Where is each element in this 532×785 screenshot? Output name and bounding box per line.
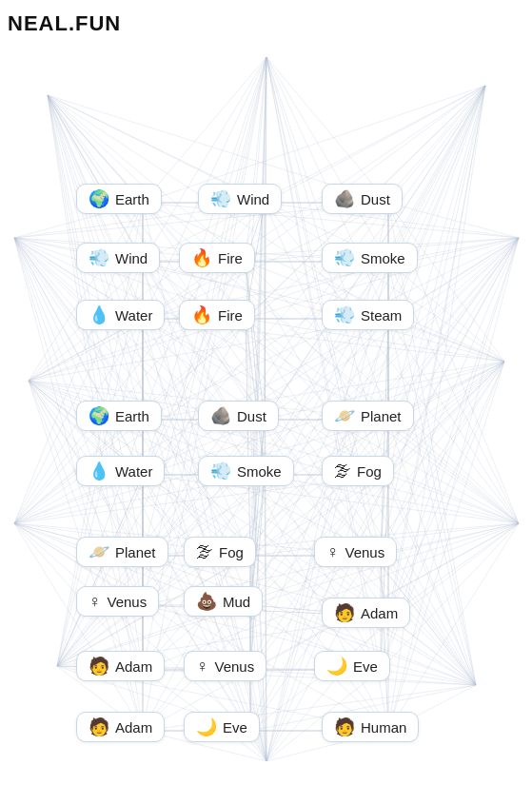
element-label: Fog bbox=[219, 544, 244, 560]
element-label: Adam bbox=[115, 719, 152, 736]
element-emoji: 🪨 bbox=[334, 190, 355, 207]
element-emoji: 🌙 bbox=[196, 718, 217, 736]
element-label: Earth bbox=[115, 408, 149, 424]
element-label: Eve bbox=[223, 719, 247, 736]
element-card-earth-9[interactable]: 🌍Earth bbox=[76, 401, 162, 431]
element-label: Venus bbox=[108, 594, 148, 610]
element-label: Water bbox=[115, 463, 152, 480]
element-card-fog-14[interactable]: 🌫Fog bbox=[322, 456, 394, 486]
element-label: Smoke bbox=[361, 250, 405, 266]
element-emoji: 💧 bbox=[89, 306, 109, 324]
element-card-fog-16[interactable]: 🌫Fog bbox=[184, 537, 256, 567]
element-label: Adam bbox=[115, 658, 152, 675]
element-emoji: ♀ bbox=[196, 657, 209, 675]
element-card-human-26[interactable]: 🧑Human bbox=[322, 712, 419, 742]
element-card-venus-17[interactable]: ♀Venus bbox=[314, 537, 397, 567]
element-emoji: 🧑 bbox=[334, 718, 355, 736]
element-card-venus-22[interactable]: ♀Venus bbox=[184, 651, 266, 681]
element-label: Dust bbox=[361, 191, 390, 207]
element-emoji: 🔥 bbox=[191, 306, 212, 324]
element-emoji: 🪐 bbox=[89, 543, 109, 560]
element-emoji: 💩 bbox=[196, 593, 217, 610]
element-emoji: 💧 bbox=[89, 462, 109, 480]
app-logo: NEAL.FUN bbox=[8, 11, 121, 36]
element-label: Earth bbox=[115, 191, 149, 207]
element-label: Venus bbox=[215, 658, 255, 675]
element-label: Planet bbox=[115, 544, 156, 560]
element-card-water-12[interactable]: 💧Water bbox=[76, 456, 165, 486]
element-label: Fire bbox=[218, 307, 243, 324]
element-emoji: 💨 bbox=[210, 190, 231, 207]
element-emoji: 🧑 bbox=[89, 657, 109, 675]
element-emoji: 💨 bbox=[334, 249, 355, 266]
element-label: Venus bbox=[345, 544, 385, 560]
element-label: Dust bbox=[237, 408, 266, 424]
element-label: Fire bbox=[218, 250, 243, 266]
element-emoji: 🪨 bbox=[210, 407, 231, 424]
element-emoji: 🌍 bbox=[89, 190, 109, 207]
element-card-adam-20[interactable]: 🧑Adam bbox=[322, 598, 410, 628]
element-emoji: 🧑 bbox=[89, 718, 109, 736]
element-card-water-6[interactable]: 💧Water bbox=[76, 300, 165, 330]
element-emoji: 🌫 bbox=[334, 462, 351, 480]
element-card-venus-18[interactable]: ♀Venus bbox=[76, 586, 159, 617]
element-label: Human bbox=[361, 719, 406, 736]
element-label: Wind bbox=[115, 250, 148, 266]
element-emoji: 💨 bbox=[210, 462, 231, 480]
element-emoji: 🌙 bbox=[326, 657, 347, 675]
element-label: Smoke bbox=[237, 463, 282, 480]
element-card-fire-4[interactable]: 🔥Fire bbox=[179, 243, 255, 273]
element-label: Planet bbox=[361, 408, 402, 424]
element-card-steam-8[interactable]: 💨Steam bbox=[322, 300, 414, 330]
element-label: Adam bbox=[361, 605, 398, 621]
element-label: Eve bbox=[353, 658, 378, 675]
element-card-wind-3[interactable]: 💨Wind bbox=[76, 243, 160, 273]
element-label: Fog bbox=[357, 463, 382, 480]
element-label: Water bbox=[115, 307, 152, 324]
element-card-dust-2[interactable]: 🪨Dust bbox=[322, 184, 403, 214]
element-emoji: ♀ bbox=[89, 593, 102, 610]
element-emoji: 🌫 bbox=[196, 543, 213, 560]
element-card-earth-0[interactable]: 🌍Earth bbox=[76, 184, 162, 214]
element-card-smoke-5[interactable]: 💨Smoke bbox=[322, 243, 418, 273]
element-emoji: 💨 bbox=[89, 249, 109, 266]
element-card-adam-21[interactable]: 🧑Adam bbox=[76, 651, 165, 681]
element-card-mud-19[interactable]: 💩Mud bbox=[184, 586, 263, 617]
element-emoji: 🔥 bbox=[191, 249, 212, 266]
element-card-planet-11[interactable]: 🪐Planet bbox=[322, 401, 414, 431]
element-emoji: 💨 bbox=[334, 306, 355, 324]
element-emoji: ♀ bbox=[326, 543, 340, 560]
element-card-wind-1[interactable]: 💨Wind bbox=[198, 184, 282, 214]
element-emoji: 🪐 bbox=[334, 407, 355, 424]
element-card-dust-10[interactable]: 🪨Dust bbox=[198, 401, 279, 431]
element-label: Mud bbox=[223, 594, 250, 610]
element-card-eve-23[interactable]: 🌙Eve bbox=[314, 651, 390, 681]
element-card-fire-7[interactable]: 🔥Fire bbox=[179, 300, 255, 330]
element-card-planet-15[interactable]: 🪐Planet bbox=[76, 537, 168, 567]
element-emoji: 🌍 bbox=[89, 407, 109, 424]
element-card-eve-25[interactable]: 🌙Eve bbox=[184, 712, 260, 742]
element-card-adam-24[interactable]: 🧑Adam bbox=[76, 712, 165, 742]
element-emoji: 🧑 bbox=[334, 604, 355, 621]
element-card-smoke-13[interactable]: 💨Smoke bbox=[198, 456, 294, 486]
element-label: Steam bbox=[361, 307, 402, 324]
element-label: Wind bbox=[237, 191, 269, 207]
